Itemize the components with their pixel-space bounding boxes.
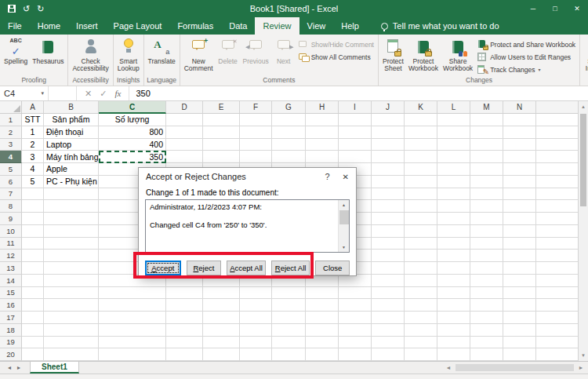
- cell-L13[interactable]: [437, 262, 470, 275]
- cell-E15[interactable]: [203, 287, 240, 300]
- cell-K2[interactable]: [405, 126, 437, 139]
- cell-A5[interactable]: 4: [22, 163, 44, 176]
- cell-M18[interactable]: [470, 324, 503, 337]
- ribbon-button-start-inking[interactable]: StartInking: [582, 35, 588, 72]
- row-header-16[interactable]: 16: [0, 299, 22, 312]
- undo-icon[interactable]: ↺: [23, 5, 30, 13]
- cell-D16[interactable]: [166, 299, 203, 312]
- cell-H4[interactable]: [306, 151, 339, 163]
- cell-L4[interactable]: [437, 151, 470, 163]
- cell-I3[interactable]: [339, 139, 372, 151]
- cell-E14[interactable]: [203, 275, 240, 287]
- cell-H3[interactable]: [306, 139, 339, 151]
- formula-input[interactable]: 350: [129, 86, 150, 100]
- dialog-scrollbar[interactable]: ▲ ▼: [338, 200, 349, 252]
- cancel-icon[interactable]: ✕: [85, 89, 92, 99]
- col-header-g[interactable]: G: [272, 101, 306, 114]
- cell-B14[interactable]: [44, 275, 99, 287]
- cell-B7[interactable]: [44, 188, 99, 201]
- cell-M12[interactable]: [470, 250, 503, 262]
- cell-B3[interactable]: Laptop: [44, 139, 99, 151]
- cell-J13[interactable]: [372, 262, 405, 275]
- horizontal-scroll-thumb[interactable]: [456, 364, 574, 371]
- cell-L20[interactable]: [437, 348, 470, 361]
- accept-button[interactable]: Accept: [145, 261, 181, 275]
- cell-M11[interactable]: [470, 238, 503, 250]
- ribbon-button-show-all-comments[interactable]: Show All Comments: [299, 52, 374, 62]
- cell-L12[interactable]: [437, 250, 470, 262]
- cell-L11[interactable]: [437, 238, 470, 250]
- cell-E16[interactable]: [203, 299, 240, 312]
- cell-F14[interactable]: [240, 275, 272, 287]
- cell-K6[interactable]: [405, 176, 437, 188]
- sheet-nav-right-icon[interactable]: ▸: [17, 364, 20, 371]
- cell-M2[interactable]: [470, 126, 503, 139]
- sheet-tab-sheet1[interactable]: Sheet1: [30, 362, 79, 374]
- cell-L10[interactable]: [437, 225, 470, 238]
- ribbon-button-spelling[interactable]: Spelling: [2, 35, 30, 65]
- row-header-20[interactable]: 20: [0, 348, 22, 361]
- cell-C14[interactable]: [99, 275, 166, 287]
- cell-N4[interactable]: [503, 151, 536, 163]
- cell-K16[interactable]: [405, 299, 437, 312]
- cell-I1[interactable]: [339, 114, 372, 126]
- scroll-right-icon[interactable]: ►: [575, 365, 586, 370]
- cell-J20[interactable]: [372, 348, 405, 361]
- name-box-dropdown-icon[interactable]: ▾: [41, 90, 44, 97]
- cell-N9[interactable]: [503, 213, 536, 225]
- row-header-3[interactable]: 3: [0, 139, 22, 151]
- cell-J2[interactable]: [372, 126, 405, 139]
- cell-L2[interactable]: [437, 126, 470, 139]
- tab-insert[interactable]: Insert: [68, 17, 106, 35]
- row-header-17[interactable]: 17: [0, 312, 22, 324]
- cell-N1[interactable]: [503, 114, 536, 126]
- scroll-up-icon[interactable]: ▲: [579, 101, 588, 112]
- cell-C19[interactable]: [99, 337, 166, 349]
- cell-B15[interactable]: [44, 287, 99, 300]
- cell-D18[interactable]: [166, 324, 203, 337]
- scroll-left-icon[interactable]: ◄: [443, 365, 454, 370]
- row-header-12[interactable]: 12: [0, 250, 22, 262]
- cell-G1[interactable]: [272, 114, 306, 126]
- cell-I2[interactable]: [339, 126, 372, 139]
- ribbon-button-allow-users-to-edit-ranges[interactable]: Allow Users to Edit Ranges: [477, 52, 575, 62]
- ribbon-button-protect-workbook[interactable]: ProtectWorkbook: [406, 35, 441, 72]
- col-header-b[interactable]: B: [44, 101, 99, 114]
- cell-G15[interactable]: [272, 287, 306, 300]
- vertical-scroll-thumb[interactable]: [580, 114, 586, 206]
- name-box-splitter[interactable]: [49, 86, 77, 100]
- close-dialog-button[interactable]: Close: [315, 261, 350, 275]
- cell-J15[interactable]: [372, 287, 405, 300]
- cell-A12[interactable]: [22, 250, 44, 262]
- cell-K9[interactable]: [405, 213, 437, 225]
- row-header-6[interactable]: 6: [0, 176, 22, 188]
- cell-J5[interactable]: [372, 163, 405, 176]
- cell-B4[interactable]: Máy tính bảng: [44, 151, 99, 163]
- dialog-scroll-up-icon[interactable]: ▲: [339, 200, 349, 210]
- cell-C15[interactable]: [99, 287, 166, 300]
- cell-H20[interactable]: [306, 348, 339, 361]
- cell-A11[interactable]: [22, 238, 44, 250]
- cell-C1[interactable]: Số lượng: [99, 114, 166, 126]
- cell-F19[interactable]: [240, 337, 272, 349]
- cell-K17[interactable]: [405, 312, 437, 324]
- save-icon[interactable]: [8, 5, 16, 13]
- cell-M8[interactable]: [470, 200, 503, 213]
- name-box[interactable]: C4 ▾: [0, 86, 49, 100]
- cell-N15[interactable]: [503, 287, 536, 300]
- cell-K19[interactable]: [405, 337, 437, 349]
- row-header-5[interactable]: 5: [0, 163, 22, 176]
- accept-all-button[interactable]: Accept All: [227, 261, 266, 275]
- cell-N5[interactable]: [503, 163, 536, 176]
- cell-F17[interactable]: [240, 312, 272, 324]
- col-header-i[interactable]: I: [339, 101, 372, 114]
- cell-F1[interactable]: [240, 114, 272, 126]
- cell-K3[interactable]: [405, 139, 437, 151]
- cell-N13[interactable]: [503, 262, 536, 275]
- row-header-13[interactable]: 13: [0, 262, 22, 275]
- cell-C3[interactable]: 400: [99, 139, 166, 151]
- select-all-corner[interactable]: [0, 101, 22, 114]
- cell-B2[interactable]: Điện thoại: [44, 126, 99, 139]
- cell-E4[interactable]: [203, 151, 240, 163]
- tab-view[interactable]: View: [299, 17, 334, 35]
